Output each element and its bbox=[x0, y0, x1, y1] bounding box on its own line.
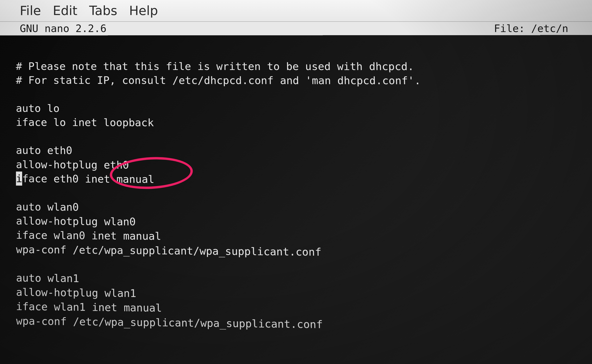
editor-line: allow-hotplug eth0 bbox=[16, 158, 129, 171]
editor-line: iface wlan0 inet manual bbox=[16, 229, 161, 242]
editor-line: auto wlan0 bbox=[16, 201, 79, 213]
editor-cursor-line: iface eth0 inet manual bbox=[16, 172, 154, 185]
nano-titlebar: GNU nano 2.2.6 File: /etc/n bbox=[0, 22, 592, 36]
editor-line: auto eth0 bbox=[16, 144, 72, 156]
nano-file-label: File: /etc/n bbox=[494, 23, 568, 34]
nano-version-label: GNU nano 2.2.6 bbox=[20, 23, 106, 34]
editor-line: # Please note that this file is written … bbox=[16, 60, 414, 72]
editor-line: iface lo inet loopback bbox=[16, 116, 154, 129]
editor-line: auto wlan1 bbox=[16, 272, 79, 285]
editor-line: wpa-conf /etc/wpa_supplicant/wpa_supplic… bbox=[16, 315, 323, 331]
menu-help[interactable]: Help bbox=[129, 3, 158, 18]
editor-line: wpa-conf /etc/wpa_supplicant/wpa_supplic… bbox=[16, 243, 322, 258]
cursor: i bbox=[16, 171, 22, 186]
menu-edit[interactable]: Edit bbox=[53, 3, 77, 18]
menubar: File Edit Tabs Help bbox=[0, 0, 592, 22]
menu-tabs[interactable]: Tabs bbox=[89, 3, 117, 18]
editor-line: allow-hotplug wlan1 bbox=[16, 286, 136, 299]
editor-line: # For static IP, consult /etc/dhcpcd.con… bbox=[16, 74, 421, 87]
editor-content[interactable]: # Please note that this file is written … bbox=[0, 35, 592, 364]
menu-file[interactable]: File bbox=[20, 3, 41, 18]
editor-line: auto lo bbox=[16, 102, 59, 114]
editor-line: iface wlan1 inet manual bbox=[16, 300, 162, 314]
editor-line: allow-hotplug wlan0 bbox=[16, 215, 136, 228]
